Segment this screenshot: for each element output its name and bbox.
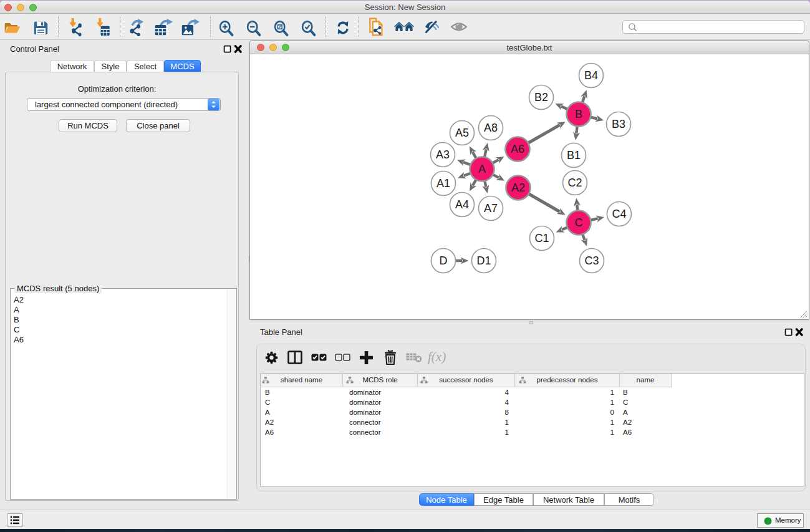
svg-text:B2: B2 — [534, 91, 547, 104]
svg-text:B4: B4 — [584, 69, 597, 82]
svg-text:A: A — [478, 163, 485, 175]
svg-text:C2: C2 — [567, 177, 582, 189]
svg-text:A8: A8 — [483, 122, 497, 134]
svg-text:C: C — [574, 216, 582, 229]
svg-text:B3: B3 — [611, 118, 625, 130]
svg-text:A5: A5 — [455, 127, 468, 139]
svg-text:A6: A6 — [510, 143, 524, 155]
svg-text:C1: C1 — [534, 232, 549, 244]
svg-text:A4: A4 — [455, 198, 468, 211]
svg-text:A3: A3 — [435, 148, 449, 161]
svg-text:C4: C4 — [612, 208, 626, 220]
svg-text:B1: B1 — [566, 149, 580, 162]
svg-text:A1: A1 — [436, 177, 450, 190]
svg-text:D: D — [439, 254, 447, 267]
svg-text:B: B — [574, 108, 582, 120]
svg-text:C3: C3 — [584, 254, 599, 267]
svg-text:A7: A7 — [483, 202, 497, 215]
svg-text:D1: D1 — [476, 254, 491, 267]
svg-text:A2: A2 — [511, 181, 524, 194]
